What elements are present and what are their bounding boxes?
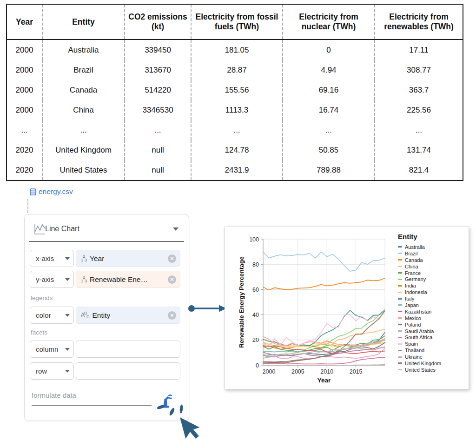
table-cell: 3346530 bbox=[125, 100, 191, 120]
legend-swatch-icon bbox=[398, 292, 402, 293]
field-pill-year[interactable]: 123 Year × bbox=[76, 250, 180, 267]
formulate-placeholder: formulate data bbox=[32, 391, 76, 399]
legend-label: United Kingdom bbox=[405, 361, 441, 366]
table-cell: 17.11 bbox=[375, 40, 463, 60]
table-cell: 124.78 bbox=[191, 140, 283, 160]
encoding-row-color: color ABC Entity × bbox=[30, 307, 180, 325]
chevron-down-icon bbox=[65, 278, 70, 281]
facets-section-label: facets bbox=[31, 329, 47, 336]
chart-type-selector[interactable]: Line Chart bbox=[33, 221, 182, 237]
legend-swatch-icon bbox=[398, 253, 402, 254]
legend-label: Australia bbox=[405, 244, 425, 250]
field-name: Year bbox=[90, 254, 104, 263]
table-cell: ... bbox=[42, 120, 125, 140]
table-cell: null bbox=[125, 160, 191, 181]
formulate-data-input[interactable]: formulate data bbox=[32, 391, 152, 406]
table-cell: 2000 bbox=[7, 60, 42, 80]
table-cell: 363.7 bbox=[375, 80, 463, 100]
channel-select-y-axis[interactable]: y-axis bbox=[30, 271, 74, 288]
table-cell: ... bbox=[283, 120, 375, 140]
clear-icon[interactable]: × bbox=[168, 275, 176, 284]
line-chart-icon bbox=[33, 222, 46, 235]
channel-select-row[interactable]: row bbox=[30, 362, 74, 380]
table-cell: 308.77 bbox=[375, 60, 463, 80]
legend-label: Italy bbox=[405, 296, 414, 301]
clear-icon[interactable]: × bbox=[168, 311, 176, 320]
legend-swatch-icon bbox=[398, 272, 402, 274]
dataset-link[interactable]: energy.csv bbox=[30, 187, 73, 196]
y-axis-title: Renewable Energy Percentage bbox=[238, 256, 245, 348]
channel-select-x-axis[interactable]: x-axis bbox=[30, 250, 74, 267]
y-tick-label: 20 bbox=[252, 337, 259, 343]
legend-item: South Africa bbox=[398, 334, 467, 341]
series-line-canada bbox=[263, 278, 385, 290]
chevron-down-icon bbox=[65, 314, 70, 317]
channel-select-color[interactable]: color bbox=[30, 307, 74, 324]
x-tick-label: 2000 bbox=[263, 368, 276, 375]
field-pill-renewable-energy[interactable]: 123 Renewable Ene… × bbox=[76, 271, 180, 288]
legend-title: Entity bbox=[398, 233, 467, 241]
column-header: CO2 emissions (kt) bbox=[125, 4, 191, 40]
legend-item: Australia bbox=[398, 244, 467, 250]
table-cell: 4.94 bbox=[283, 60, 375, 80]
legend-item: Germany bbox=[398, 276, 467, 282]
legend-swatch-icon bbox=[398, 337, 402, 338]
table-cell: 181.05 bbox=[191, 40, 283, 60]
legend-label: Thailand bbox=[405, 348, 424, 353]
field-slot-empty[interactable] bbox=[76, 341, 180, 358]
y-tick-label: 80 bbox=[252, 261, 259, 268]
table-cell: null bbox=[125, 140, 191, 160]
legend-label: Mexico bbox=[405, 315, 421, 321]
table-cell: United States bbox=[42, 160, 125, 181]
table-cell: Canada bbox=[42, 80, 125, 100]
chart-type-label: Line Chart bbox=[45, 225, 79, 233]
legend-swatch-icon bbox=[398, 311, 402, 312]
table-cell: 2000 bbox=[7, 40, 42, 60]
table-cell: 313670 bbox=[125, 60, 191, 80]
clear-icon[interactable]: × bbox=[168, 254, 176, 263]
data-table-container: YearEntityCO2 emissions (kt)Electricity … bbox=[6, 4, 463, 181]
chart-preview-card: 0204060801002000200520102015YearRenewabl… bbox=[225, 227, 469, 389]
legend-item: Thailand bbox=[398, 347, 467, 354]
legend-item: United States bbox=[398, 367, 467, 373]
legend-swatch-icon bbox=[398, 285, 402, 287]
field-pill-entity[interactable]: ABC Entity × bbox=[76, 307, 180, 324]
series-line-spain bbox=[263, 310, 385, 346]
table-row: 2000Brazil31367028.874.94308.77 bbox=[7, 60, 463, 80]
y-tick-label: 0 bbox=[256, 362, 259, 369]
table-row: 2000China33465301113.316.74225.56 bbox=[7, 100, 463, 120]
table-cell: 28.87 bbox=[191, 60, 283, 80]
table-cell: 789.88 bbox=[283, 160, 375, 181]
y-tick-label: 100 bbox=[249, 236, 259, 243]
legend-label: China bbox=[405, 264, 418, 269]
legend-item: Spain bbox=[398, 341, 467, 347]
legend-swatch-icon bbox=[398, 356, 402, 358]
legend-label: Poland bbox=[405, 322, 421, 328]
channel-select-column[interactable]: column bbox=[30, 341, 74, 358]
table-cell: 225.56 bbox=[375, 100, 463, 120]
y-tick-label: 40 bbox=[252, 312, 259, 318]
x-tick-label: 2005 bbox=[291, 368, 304, 375]
table-cell: Australia bbox=[42, 40, 125, 60]
table-cell: ... bbox=[125, 120, 191, 140]
legend-swatch-icon bbox=[398, 369, 402, 370]
column-header: Electricity from fossil fuels (TWh) bbox=[191, 4, 283, 40]
table-cell: 50.85 bbox=[283, 140, 375, 160]
table-cell: ... bbox=[191, 120, 283, 140]
legend-label: Kazakhstan bbox=[405, 309, 431, 314]
chevron-down-icon bbox=[173, 227, 178, 231]
number-type-icon: 123 bbox=[81, 275, 86, 283]
channel-label: x-axis bbox=[36, 254, 54, 262]
field-slot-empty[interactable] bbox=[76, 362, 180, 380]
input-underline bbox=[32, 405, 152, 406]
channel-label: y-axis bbox=[36, 275, 54, 283]
chart-builder-panel: Line Chart x-axis 123 Year × y-axis 123 … bbox=[24, 214, 189, 421]
table-cell: 131.74 bbox=[375, 140, 463, 160]
legend-label: Ukraine bbox=[405, 354, 423, 360]
table-cell: 2020 bbox=[7, 140, 42, 160]
dataset-connector-line bbox=[27, 199, 28, 213]
legend-item: Mexico bbox=[398, 315, 467, 321]
table-cell: 821.4 bbox=[375, 160, 463, 181]
formulate-run-button[interactable] bbox=[159, 393, 174, 409]
table-cell: 2431.9 bbox=[191, 160, 283, 181]
